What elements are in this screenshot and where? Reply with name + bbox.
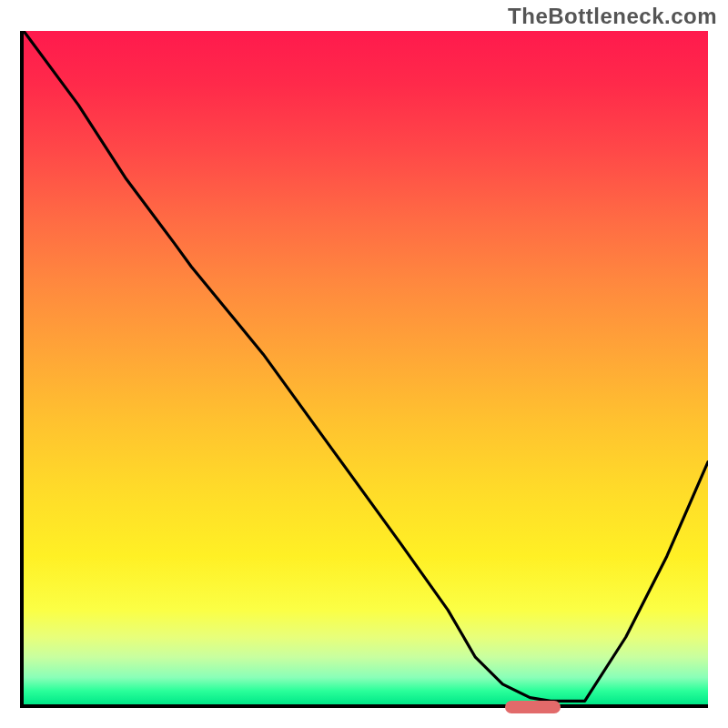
plot-area: [20, 31, 708, 708]
gradient-background: [24, 31, 708, 704]
watermark-text: TheBottleneck.com: [508, 4, 717, 29]
optimal-marker: [505, 701, 560, 713]
chart-container: TheBottleneck.com: [0, 0, 728, 728]
